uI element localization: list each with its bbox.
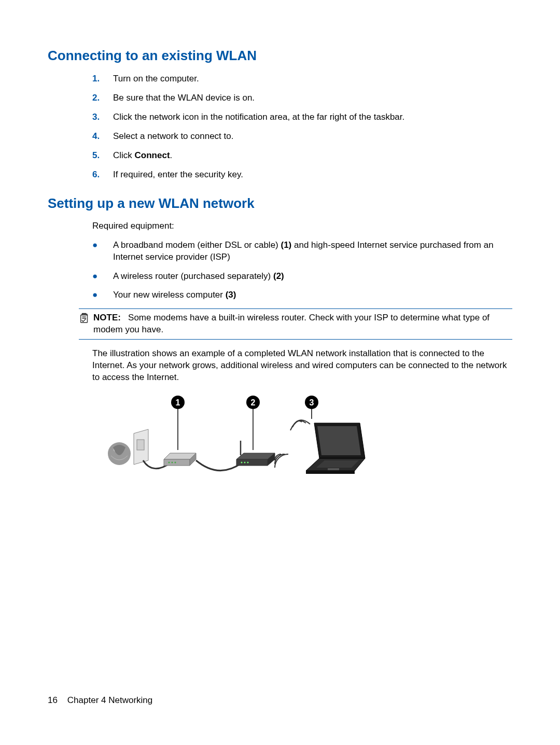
callout-2-label: 2 bbox=[251, 398, 256, 407]
note-block: NOTE: Some modems have a built-in wirele… bbox=[79, 308, 512, 340]
step-text-bold: Connect bbox=[135, 150, 170, 160]
step-number: 5. bbox=[92, 150, 113, 162]
step-1: 1. Turn on the computer. bbox=[92, 73, 512, 85]
modem-icon bbox=[164, 453, 196, 466]
bullet-icon: ● bbox=[92, 271, 113, 283]
svg-rect-9 bbox=[137, 440, 144, 450]
step-text: Click the network icon in the notificati… bbox=[113, 111, 512, 123]
list-item-text: A wireless router (purchased separately)… bbox=[113, 271, 512, 283]
wall-socket-icon bbox=[134, 429, 148, 465]
heading-connecting-wlan: Connecting to an existing WLAN bbox=[48, 48, 512, 64]
step-4: 4. Select a network to connect to. bbox=[92, 131, 512, 143]
list-item: ● A wireless router (purchased separatel… bbox=[92, 271, 512, 283]
step-text: Select a network to connect to. bbox=[113, 131, 512, 143]
step-2: 2. Be sure that the WLAN device is on. bbox=[92, 92, 512, 104]
callout-1-label: 1 bbox=[176, 398, 180, 407]
step-3: 3. Click the network icon in the notific… bbox=[92, 111, 512, 123]
text-bold: (1) bbox=[281, 240, 292, 250]
step-number: 1. bbox=[92, 73, 113, 85]
note-label: NOTE: bbox=[93, 313, 121, 322]
svg-rect-17 bbox=[328, 468, 339, 470]
callout-2: 2 bbox=[246, 396, 260, 450]
cable-2 bbox=[196, 460, 242, 470]
wireless-waves-icon bbox=[275, 454, 288, 468]
step-text: If required, enter the security key. bbox=[113, 169, 512, 181]
callout-3-label: 3 bbox=[310, 398, 314, 407]
chapter-label: Chapter 4 Networking bbox=[67, 695, 152, 705]
bullet-icon: ● bbox=[92, 289, 113, 301]
text-prefix: A wireless router (purchased separately) bbox=[113, 271, 273, 281]
note-text: NOTE: Some modems have a built-in wirele… bbox=[93, 312, 512, 336]
step-text-prefix: Click bbox=[113, 150, 135, 160]
step-text: Be sure that the WLAN device is on. bbox=[113, 92, 512, 104]
svg-point-15 bbox=[244, 462, 246, 463]
text-bold: (2) bbox=[273, 271, 284, 281]
note-body: Some modems have a built-in wireless rou… bbox=[93, 313, 489, 334]
illustration-description: The illustration shows an example of a c… bbox=[92, 348, 512, 384]
document-page: Connecting to an existing WLAN 1. Turn o… bbox=[0, 0, 560, 745]
page-footer: 16 Chapter 4 Networking bbox=[48, 695, 152, 706]
text-bold: (3) bbox=[226, 290, 236, 300]
svg-rect-0 bbox=[81, 315, 88, 323]
bullet-icon: ● bbox=[92, 240, 113, 251]
intro-text: Required equipment: bbox=[92, 221, 512, 231]
step-number: 6. bbox=[92, 169, 113, 181]
heading-setup-wlan: Setting up a new WLAN network bbox=[48, 195, 512, 212]
svg-point-10 bbox=[169, 462, 170, 463]
svg-point-14 bbox=[241, 462, 243, 463]
svg-point-16 bbox=[247, 462, 249, 463]
step-5: 5. Click Connect. bbox=[92, 150, 512, 162]
steps-list: 1. Turn on the computer. 2. Be sure that… bbox=[92, 73, 512, 181]
list-item: ● Your new wireless computer (3) bbox=[92, 289, 512, 301]
page-number: 16 bbox=[48, 695, 58, 705]
step-6: 6. If required, enter the security key. bbox=[92, 169, 512, 181]
step-text: Click Connect. bbox=[113, 150, 512, 162]
list-item-text: A broadband modem (either DSL or cable) … bbox=[113, 240, 512, 263]
list-item-text: Your new wireless computer (3) bbox=[113, 289, 512, 301]
router-icon bbox=[236, 441, 275, 466]
step-number: 4. bbox=[92, 131, 113, 143]
globe-icon bbox=[108, 442, 131, 465]
step-text: Turn on the computer. bbox=[113, 73, 512, 85]
laptop-icon bbox=[306, 423, 365, 474]
text-prefix: A broadband modem (either DSL or cable) bbox=[113, 240, 281, 250]
step-number: 3. bbox=[92, 111, 113, 123]
svg-point-11 bbox=[172, 462, 173, 463]
list-item: ● A broadband modem (either DSL or cable… bbox=[92, 240, 512, 263]
step-text-suffix: . bbox=[170, 150, 173, 160]
svg-point-12 bbox=[175, 462, 176, 463]
wireless-signal-icon bbox=[290, 420, 310, 430]
callout-3: 3 bbox=[305, 396, 318, 419]
note-icon bbox=[79, 312, 91, 326]
callout-1: 1 bbox=[171, 396, 185, 450]
equipment-list: ● A broadband modem (either DSL or cable… bbox=[92, 240, 512, 302]
wlan-illustration: 1 2 3 bbox=[92, 393, 512, 483]
text-prefix: Your new wireless computer bbox=[113, 290, 226, 300]
step-number: 2. bbox=[92, 92, 113, 104]
